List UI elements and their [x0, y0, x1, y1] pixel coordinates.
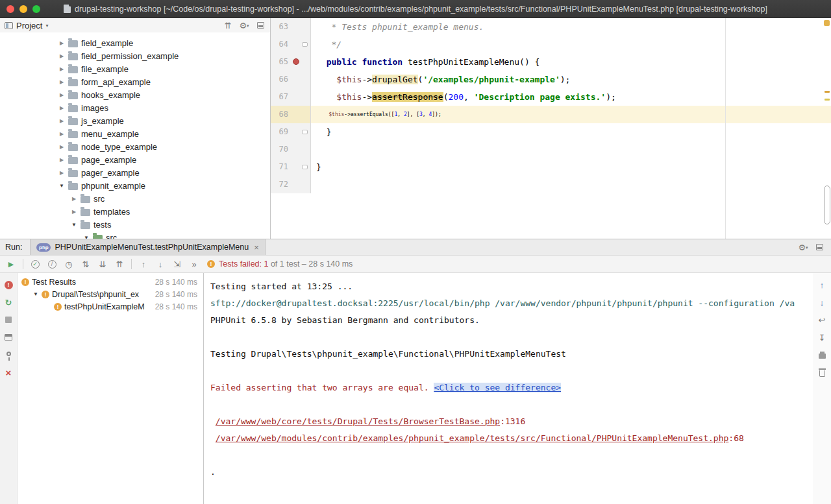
- editor-line-72[interactable]: 72: [271, 176, 831, 193]
- collapse-all-icon[interactable]: ⇈: [223, 20, 233, 30]
- gear-icon[interactable]: ⚙▾: [798, 242, 808, 252]
- chevron-right-icon[interactable]: ▶: [58, 53, 65, 59]
- editor-line-66[interactable]: 66 $this->drupalGet('/examples/phpunit-e…: [271, 71, 831, 88]
- chevron-right-icon[interactable]: ▶: [58, 92, 65, 98]
- tree-item-src[interactable]: ▼src: [0, 231, 270, 239]
- editor-line-69[interactable]: 69 }: [271, 123, 831, 141]
- test-tree-row[interactable]: ▼Drupal\Tests\phpunit_ex28 s 140 ms: [18, 288, 203, 300]
- tree-item-field_permission_example[interactable]: ▶field_permission_example: [0, 49, 270, 62]
- test-tree[interactable]: Test Results28 s 140 ms▼Drupal\Tests\php…: [18, 273, 203, 504]
- close-tab-icon[interactable]: ×: [254, 243, 259, 252]
- chevron-right-icon[interactable]: ▶: [58, 170, 65, 176]
- window-title: drupal-testing-workshop [~/Code/os/drupa…: [75, 5, 767, 14]
- editor-line-70[interactable]: 70: [271, 141, 831, 158]
- chevron-right-icon[interactable]: ▶: [71, 209, 77, 215]
- editor-line-68[interactable]: 68 $this->assertEquals([1, 2], [3, 4]);: [271, 106, 831, 123]
- run-tab[interactable]: php PHPUnitExampleMenuTest.testPhpUnitEx…: [30, 239, 265, 255]
- chevron-right-icon[interactable]: ▶: [58, 157, 65, 163]
- gear-icon[interactable]: ⚙▾: [239, 20, 249, 30]
- editor-pane[interactable]: 63 * Tests phpunit_example menus.64 */65…: [271, 18, 831, 239]
- tree-item-phpunit_example[interactable]: ▼phpunit_example: [0, 179, 270, 192]
- fold-icon[interactable]: [302, 165, 308, 169]
- up-stack-trace-icon[interactable]: ↑: [817, 280, 827, 290]
- editor-scrollbar[interactable]: [822, 18, 831, 239]
- fold-icon[interactable]: [302, 130, 308, 134]
- chevron-right-icon[interactable]: ▶: [58, 66, 65, 72]
- collapse-all-icon[interactable]: ⇈: [114, 259, 125, 269]
- clear-all-icon[interactable]: [817, 367, 827, 378]
- import-test-results-icon[interactable]: ⇲: [172, 259, 182, 269]
- chevron-right-icon[interactable]: ▶: [71, 196, 77, 202]
- soft-wrap-icon[interactable]: ↩: [817, 315, 827, 325]
- show-passed-icon[interactable]: ✓: [30, 259, 40, 269]
- chevron-right-icon[interactable]: ▶: [58, 144, 65, 150]
- editor-line-71[interactable]: 71}: [271, 158, 831, 176]
- hide-panel-icon[interactable]: [255, 20, 266, 30]
- close-button[interactable]: [6, 5, 14, 13]
- stop-icon[interactable]: [3, 315, 14, 325]
- tree-item-file_example[interactable]: ▶file_example: [0, 62, 270, 75]
- previous-failed-test-icon[interactable]: ↑: [138, 259, 149, 269]
- chevron-right-icon[interactable]: ▶: [58, 118, 65, 124]
- see-difference-link[interactable]: <Click to see difference>: [434, 383, 561, 392]
- rerun-tests-icon[interactable]: ▶: [6, 259, 16, 269]
- toggle-auto-test-icon[interactable]: ↻: [3, 297, 14, 307]
- tree-item-js_example[interactable]: ▶js_example: [0, 114, 270, 127]
- tree-item-pager_example[interactable]: ▶pager_example: [0, 166, 270, 179]
- editor-line-63[interactable]: 63 * Tests phpunit_example menus.: [271, 18, 831, 36]
- stacktrace-file-link[interactable]: /var/www/web/core/tests/Drupal/Tests/Bro…: [216, 416, 500, 426]
- down-stack-trace-icon[interactable]: ↓: [817, 297, 827, 307]
- tree-item-hooks_example[interactable]: ▶hooks_example: [0, 88, 270, 101]
- expand-all-icon[interactable]: ⇊: [97, 259, 108, 269]
- tree-item-page_example[interactable]: ▶page_example: [0, 153, 270, 166]
- inspection-indicator[interactable]: [824, 20, 830, 26]
- chevron-down-icon[interactable]: ▾: [45, 23, 48, 29]
- fold-icon[interactable]: [302, 42, 308, 47]
- chevron-down-icon[interactable]: ▼: [32, 291, 39, 297]
- tree-item-field_example[interactable]: ▶field_example: [0, 36, 270, 49]
- chevron-right-icon[interactable]: ▶: [58, 40, 65, 46]
- console-output[interactable]: Testing started at 13:25 ...sftp://docke…: [204, 273, 813, 504]
- tree-item-src[interactable]: ▶src: [0, 192, 270, 205]
- chevron-down-icon[interactable]: ▼: [71, 222, 77, 228]
- warning-stripe-mark[interactable]: [825, 99, 830, 101]
- minimize-button[interactable]: [19, 5, 27, 13]
- sort-alphabetically-icon[interactable]: ⇅: [81, 259, 91, 269]
- chevron-down-icon[interactable]: ▼: [58, 183, 65, 189]
- scroll-to-end-icon[interactable]: ↧: [817, 332, 827, 342]
- tree-item-label: page_example: [81, 155, 136, 165]
- zoom-button[interactable]: [32, 5, 40, 13]
- restore-layout-icon[interactable]: [3, 332, 14, 342]
- hide-panel-icon[interactable]: [814, 242, 825, 252]
- tree-item-templates[interactable]: ▶templates: [0, 205, 270, 218]
- next-failed-test-icon[interactable]: ↓: [155, 259, 166, 269]
- tree-item-node_type_example[interactable]: ▶node_type_example: [0, 140, 270, 153]
- editor-line-67[interactable]: 67 $this->assertResponse(200, 'Descripti…: [271, 88, 831, 106]
- gutter-cell: [291, 176, 311, 193]
- editor-line-64[interactable]: 64 */: [271, 36, 831, 53]
- stacktrace-file-link[interactable]: /var/www/web/modules/contrib/examples/ph…: [216, 433, 729, 443]
- pin-tab-icon[interactable]: [3, 350, 14, 360]
- line-number: 68: [271, 106, 291, 123]
- chevron-right-icon[interactable]: ▶: [58, 131, 65, 137]
- project-tree[interactable]: ▶field_example▶field_permission_example▶…: [0, 32, 270, 239]
- tree-item-form_api_example[interactable]: ▶form_api_example: [0, 75, 270, 88]
- print-icon[interactable]: [817, 350, 827, 360]
- tree-item-tests[interactable]: ▼tests: [0, 218, 270, 231]
- run-test-failed-icon[interactable]: [293, 58, 299, 65]
- tree-item-menu_example[interactable]: ▶menu_example: [0, 127, 270, 140]
- show-ignored-icon[interactable]: /: [47, 259, 57, 269]
- chevron-right-icon[interactable]: ▶: [58, 79, 65, 85]
- chevron-down-icon[interactable]: ▼: [83, 235, 90, 239]
- close-icon[interactable]: ×: [3, 367, 14, 378]
- editor-line-65[interactable]: 65 public function testPhpUnitExampleMen…: [271, 53, 831, 71]
- test-tree-row[interactable]: Test Results28 s 140 ms: [18, 276, 203, 288]
- warning-stripe-mark[interactable]: [825, 91, 830, 93]
- scrollbar-thumb[interactable]: [824, 186, 830, 224]
- chevron-right-icon[interactable]: ▶: [58, 105, 65, 111]
- tree-item-images[interactable]: ▶images: [0, 101, 270, 114]
- test-tree-row[interactable]: testPhpUnitExampleM28 s 140 ms: [18, 300, 203, 313]
- more-icon[interactable]: »: [189, 259, 199, 269]
- rerun-failed-tests-icon[interactable]: !: [3, 280, 14, 290]
- sort-by-duration-icon[interactable]: ◷: [64, 259, 74, 269]
